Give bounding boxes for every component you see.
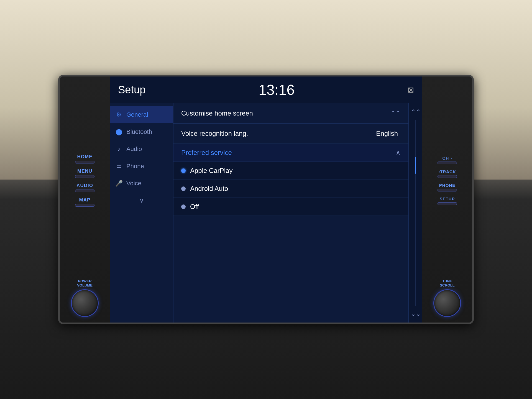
tune-knob-area: TUNESCROLL xyxy=(433,279,461,317)
scroll-up-icon: ⌃⌃ xyxy=(391,110,401,117)
menu-button-label: MENU xyxy=(77,168,92,174)
track-button-label: ‹TRACK xyxy=(438,169,456,174)
clock: 13:16 xyxy=(259,81,295,98)
customise-home-row[interactable]: Customise home screen ⌃⌃ xyxy=(173,103,408,124)
menu-item-voice[interactable]: 🎤 Voice xyxy=(110,175,173,192)
radio-unselected-icon xyxy=(181,186,186,191)
screen-content: ⚙ General ⬤ Bluetooth ♪ Audio ▭ Phone xyxy=(110,103,422,323)
voice-recognition-row[interactable]: Voice recognition lang. English xyxy=(173,124,408,144)
left-button-group: HOME MENU AUDIO MAP xyxy=(75,85,94,276)
track-button[interactable]: ‹TRACK xyxy=(438,169,457,178)
home-button-label: HOME xyxy=(77,154,93,160)
voice-recognition-label: Voice recognition lang. xyxy=(181,130,376,137)
head-unit: HOME MENU AUDIO MAP POWERVOLUME xyxy=(58,75,474,324)
scroll-thumb xyxy=(415,157,416,174)
ch-button-bar xyxy=(438,162,457,164)
ch-button-label: CH › xyxy=(443,156,452,160)
left-control-panel: HOME MENU AUDIO MAP POWERVOLUME xyxy=(60,76,110,323)
customise-home-label: Customise home screen xyxy=(181,109,391,117)
preferred-service-label: Preferred service xyxy=(181,149,232,157)
menu-item-phone-label: Phone xyxy=(126,163,144,170)
volume-knob-area: POWERVOLUME xyxy=(71,279,99,317)
right-control-panel: CH › ‹TRACK PHONE SETUP TUNESCROLL xyxy=(422,76,472,323)
off-label: Off xyxy=(190,203,199,211)
settings-menu: ⚙ General ⬤ Bluetooth ♪ Audio ▭ Phone xyxy=(110,103,173,323)
settings-content-panel: Customise home screen ⌃⌃ Voice recogniti… xyxy=(173,103,408,323)
menu-item-phone[interactable]: ▭ Phone xyxy=(110,158,173,175)
phone-button-label: PHONE xyxy=(439,183,455,188)
setup-button-label: SETUP xyxy=(439,196,455,201)
scrollbar: ⌃⌃ ⌄⌄ xyxy=(408,103,422,323)
screen-title: Setup xyxy=(118,84,145,96)
map-button-bar xyxy=(75,204,94,207)
service-option-android[interactable]: Android Auto xyxy=(173,180,408,198)
tune-knob[interactable] xyxy=(433,289,461,317)
menu-item-audio-label: Audio xyxy=(126,145,142,153)
menu-item-audio[interactable]: ♪ Audio xyxy=(110,140,173,158)
voice-recognition-value: English xyxy=(376,130,398,137)
menu-item-general-label: General xyxy=(126,111,148,118)
preferred-service-header[interactable]: Preferred service ∧ xyxy=(173,144,408,162)
phone-button-bar xyxy=(438,189,457,191)
scroll-track xyxy=(415,120,416,306)
menu-button[interactable]: MENU xyxy=(75,168,94,178)
scroll-up-button[interactable]: ⌃⌃ xyxy=(408,106,423,118)
service-option-apple[interactable]: Apple CarPlay xyxy=(173,162,408,180)
android-auto-label: Android Auto xyxy=(190,185,228,193)
music-note-icon: ♪ xyxy=(115,145,122,153)
home-button[interactable]: HOME xyxy=(75,154,94,163)
menu-more-label: ∨ xyxy=(139,197,144,204)
map-button[interactable]: MAP xyxy=(75,197,94,207)
right-button-group: CH › ‹TRACK PHONE SETUP xyxy=(438,85,457,276)
volume-knob[interactable] xyxy=(71,289,99,317)
apple-carplay-label: Apple CarPlay xyxy=(190,167,232,175)
voice-icon: 🎤 xyxy=(115,180,122,187)
volume-knob-label: POWERVOLUME xyxy=(77,279,93,288)
menu-button-bar xyxy=(75,175,94,178)
radio-selected-icon xyxy=(181,168,186,173)
radio-unselected-off-icon xyxy=(181,204,186,209)
menu-more-button[interactable]: ∨ xyxy=(110,192,173,209)
bluetooth-icon: ⬤ xyxy=(115,128,122,135)
signal-icon: ⊠ xyxy=(408,85,414,94)
gear-icon: ⚙ xyxy=(115,111,122,118)
tune-knob-label: TUNESCROLL xyxy=(440,279,454,288)
menu-item-general[interactable]: ⚙ General xyxy=(110,106,173,123)
track-button-bar xyxy=(438,175,457,178)
audio-button[interactable]: AUDIO xyxy=(75,183,94,192)
setup-button-bar xyxy=(438,202,457,205)
car-dashboard: HOME MENU AUDIO MAP POWERVOLUME xyxy=(0,0,532,399)
phone-button[interactable]: PHONE xyxy=(438,183,457,191)
home-button-bar xyxy=(75,161,94,163)
map-button-label: MAP xyxy=(79,197,91,203)
preferred-service-chevron-icon: ∧ xyxy=(396,149,401,157)
ch-button[interactable]: CH › xyxy=(438,156,457,164)
screen-header: Setup 13:16 ⊠ xyxy=(110,76,422,103)
audio-button-bar xyxy=(75,190,94,192)
menu-item-bluetooth[interactable]: ⬤ Bluetooth xyxy=(110,123,173,140)
phone-icon: ▭ xyxy=(115,163,122,170)
service-option-off[interactable]: Off xyxy=(173,198,408,216)
scroll-down-button[interactable]: ⌄⌄ xyxy=(408,308,423,320)
infotainment-screen: Setup 13:16 ⊠ ⚙ General ⬤ Bluetooth xyxy=(110,76,422,323)
menu-item-bluetooth-label: Bluetooth xyxy=(126,128,152,135)
audio-button-label: AUDIO xyxy=(76,183,93,188)
menu-item-voice-label: Voice xyxy=(126,180,141,187)
setup-button[interactable]: SETUP xyxy=(438,196,457,205)
